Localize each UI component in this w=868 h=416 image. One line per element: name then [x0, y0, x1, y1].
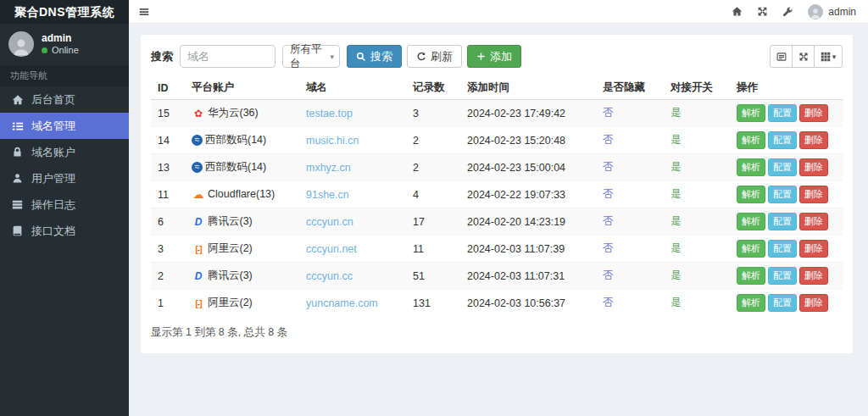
config-button[interactable]: 配置: [768, 158, 797, 176]
col-added: 添加时间: [460, 76, 596, 100]
book-icon: [11, 225, 24, 237]
sidebar-section-label: 功能导航: [0, 65, 129, 86]
hidden-toggle[interactable]: 否: [603, 161, 614, 173]
delete-button[interactable]: 删除: [799, 294, 828, 312]
platform-select[interactable]: 所有平台 ▾: [282, 45, 340, 68]
avatar: [808, 4, 823, 19]
config-button[interactable]: 配置: [768, 186, 797, 203]
delete-button[interactable]: 删除: [799, 158, 828, 176]
delete-button[interactable]: 删除: [799, 213, 828, 230]
domain-link[interactable]: 91she.cn: [306, 189, 349, 201]
sidebar-toggle-menu-icon[interactable]: [138, 6, 150, 18]
sidebar-item-accounts[interactable]: 域名账户: [0, 139, 129, 165]
domain-table: ID 平台账户 域名 记录数 添加时间 是否隐藏 对接开关 操作 15 华为云(…: [151, 76, 843, 316]
table-row: 3 阿里云(2) cccyun.net 11 2024-02-03 11:07:…: [151, 236, 843, 263]
resolve-button[interactable]: 解析: [737, 294, 765, 312]
delete-button[interactable]: 删除: [799, 240, 828, 258]
delete-button[interactable]: 删除: [799, 267, 828, 285]
col-id: ID: [151, 76, 185, 100]
switch-toggle[interactable]: 是: [670, 242, 682, 254]
cell-added: 2024-02-23 15:20:48: [460, 127, 596, 154]
aliyun-icon: [192, 243, 205, 255]
table-view-controls: ▾: [770, 45, 843, 68]
fullscreen-icon[interactable]: [757, 6, 768, 17]
resolve-button[interactable]: 解析: [737, 104, 765, 122]
domain-link[interactable]: music.hi.cn: [306, 135, 359, 147]
cell-id: 3: [151, 236, 185, 263]
fullscreen-icon[interactable]: [792, 45, 815, 68]
domain-link[interactable]: testae.top: [306, 108, 353, 119]
switch-toggle[interactable]: 是: [670, 161, 682, 173]
table-row: 1 阿里云(2) yuncname.com 131 2024-02-03 10:…: [151, 290, 843, 317]
config-button[interactable]: 配置: [768, 213, 797, 230]
config-button[interactable]: 配置: [768, 267, 797, 285]
cell-added: 2024-02-22 19:07:33: [460, 181, 596, 208]
lock-icon: [11, 146, 24, 158]
cell-platform: 西部数码(14): [185, 154, 299, 181]
refresh-button[interactable]: 刷新: [407, 45, 462, 68]
config-button[interactable]: 配置: [768, 131, 797, 149]
domain-link[interactable]: mxhyz.cn: [306, 162, 351, 174]
resolve-button[interactable]: 解析: [737, 158, 765, 176]
resolve-button[interactable]: 解析: [737, 131, 765, 149]
config-button[interactable]: 配置: [768, 240, 797, 258]
switch-toggle[interactable]: 是: [670, 188, 682, 200]
hidden-toggle[interactable]: 否: [603, 242, 614, 254]
sidebar-item-domains[interactable]: 域名管理: [0, 113, 129, 139]
tencent-cloud-icon: [192, 216, 205, 228]
columns-icon[interactable]: ▾: [814, 45, 843, 68]
resolve-button[interactable]: 解析: [737, 267, 765, 285]
hidden-toggle[interactable]: 否: [603, 107, 614, 119]
domain-link[interactable]: yuncname.com: [306, 297, 378, 309]
table-row: 15 华为云(36) testae.top 3 2024-02-23 17:49…: [151, 100, 843, 127]
resolve-button[interactable]: 解析: [737, 186, 765, 203]
card-view-icon[interactable]: [770, 45, 793, 68]
table-row: 11 Cloudflare(13) 91she.cn 4 2024-02-22 …: [151, 181, 843, 208]
domain-link[interactable]: cccyun.cn: [306, 216, 353, 228]
cell-id: 6: [151, 208, 185, 236]
config-button[interactable]: 配置: [768, 294, 797, 312]
switch-toggle[interactable]: 是: [670, 297, 682, 308]
cell-records: 131: [406, 290, 460, 317]
cell-added: 2024-02-03 11:07:39: [460, 236, 596, 263]
hidden-toggle[interactable]: 否: [603, 188, 614, 200]
table-row: 13 西部数码(14) mxhyz.cn 2 2024-02-23 15:00:…: [151, 154, 843, 181]
table-row: 14 西部数码(14) music.hi.cn 2 2024-02-23 15:…: [151, 127, 843, 154]
hidden-toggle[interactable]: 否: [603, 297, 614, 308]
search-input[interactable]: [180, 45, 275, 68]
navbar-username: admin: [828, 6, 856, 18]
hidden-toggle[interactable]: 否: [603, 215, 614, 227]
domain-link[interactable]: cccyun.net: [306, 243, 357, 255]
cell-records: 4: [406, 181, 460, 208]
resolve-button[interactable]: 解析: [737, 213, 765, 230]
delete-button[interactable]: 删除: [799, 186, 828, 203]
home-icon[interactable]: [732, 6, 743, 17]
user-status: Online: [42, 44, 79, 56]
user-name: admin: [42, 32, 79, 44]
tencent-cloud-icon: [192, 270, 205, 282]
search-button[interactable]: 搜索: [347, 45, 402, 68]
cell-records: 51: [406, 263, 460, 290]
wrench-icon[interactable]: [782, 6, 793, 17]
config-button[interactable]: 配置: [768, 104, 797, 122]
delete-button[interactable]: 删除: [799, 104, 828, 122]
sidebar-item-logs[interactable]: 操作日志: [0, 191, 129, 218]
hidden-toggle[interactable]: 否: [603, 269, 614, 281]
main-area: admin 搜索 所有平台 ▾ 搜索 刷新: [129, 0, 868, 416]
switch-toggle[interactable]: 是: [670, 215, 682, 227]
navbar-user-menu[interactable]: admin: [808, 4, 856, 19]
resolve-button[interactable]: 解析: [737, 240, 765, 258]
chevron-down-icon: ▾: [330, 53, 334, 61]
sidebar-item-dashboard[interactable]: 后台首页: [0, 86, 129, 113]
domain-table-card: 搜索 所有平台 ▾ 搜索 刷新 添加: [140, 34, 854, 354]
hidden-toggle[interactable]: 否: [603, 134, 614, 146]
add-button[interactable]: 添加: [467, 45, 521, 68]
delete-button[interactable]: 删除: [799, 131, 828, 149]
sidebar-item-api-docs[interactable]: 接口文档: [0, 218, 129, 244]
switch-toggle[interactable]: 是: [670, 107, 682, 119]
switch-toggle[interactable]: 是: [670, 134, 682, 146]
domain-link[interactable]: cccyun.cc: [306, 270, 353, 282]
table-toolbar: 搜索 所有平台 ▾ 搜索 刷新 添加: [151, 45, 843, 68]
switch-toggle[interactable]: 是: [670, 269, 682, 281]
sidebar-item-users[interactable]: 用户管理: [0, 165, 129, 191]
